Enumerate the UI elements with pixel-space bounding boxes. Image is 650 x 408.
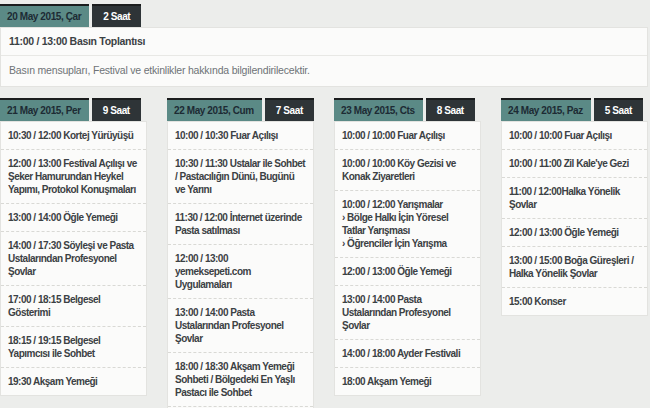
event-item: 14:00 / 17:30 Söyleşi ve Pasta Ustaların…	[1, 232, 146, 286]
duration-badge: 8 Saat	[426, 98, 475, 121]
day-date-label: 24 May 2015, Paz	[501, 98, 591, 121]
event-title: Fuar Açılışı	[564, 130, 612, 141]
event-item: 12:00 / 13:00 yemeksepeti.com Uygulamala…	[168, 245, 313, 299]
event-title: Fuar Açılışı	[230, 130, 278, 141]
event-time: 10:00 / 10:30	[175, 130, 230, 141]
day-column: 22 May 2015, Cum 7 Saat 10:00 / 10:30 Fu…	[167, 98, 314, 408]
day-date-label: 20 May 2015, Çar	[0, 4, 89, 27]
featured-day-card: 11:00 / 13:00 Basın Toplantısı Basın men…	[0, 27, 648, 87]
day-header[interactable]: 24 May 2015, Paz 5 Saat	[501, 98, 648, 121]
event-item: 19:30 Akşam Yemeği	[1, 368, 146, 395]
event-title: Zil Kale'ye Gezi	[564, 158, 629, 169]
event-title: Yarışmalar	[397, 199, 443, 210]
event-time: 12:00 / 13:00	[175, 253, 228, 264]
event-title: Basın Toplantısı	[70, 35, 146, 47]
event-time: 11:00 / 12:00	[509, 186, 561, 197]
event-title: Öğle Yemeği	[63, 212, 117, 223]
event-time: 17:00 / 18:15	[8, 294, 63, 305]
event-item: 10:00 / 10:00 Fuar Açılışı	[502, 122, 647, 150]
event-time: 18:15 / 19:15	[8, 335, 63, 346]
event-description: Basın mensupları, Festival ve etkinlikle…	[1, 56, 647, 86]
event-item: 18:00 / 18:30 Akşam Yemeği Sohbeti / Böl…	[168, 353, 313, 407]
event-time: 11:30 / 12:00	[175, 212, 230, 223]
event-item: 10:00 / 11:00 Zil Kale'ye Gezi	[502, 150, 647, 178]
event-time: 10:30 / 11:30	[175, 158, 230, 169]
event-item: 14:00 / 18:00 Ayder Festivali	[335, 340, 480, 368]
event-time: 10:00 / 12:00	[342, 199, 397, 210]
event-list: 10:00 / 10:30 Fuar Açılışı 10:30 / 11:30…	[167, 121, 314, 408]
event-list: 10:00 / 10:00 Fuar Açılışı 10:00 / 11:00…	[501, 121, 648, 316]
event-item: 10:00 / 10:00 Köy Gezisi ve Konak Ziyare…	[335, 150, 480, 191]
duration-badge: 7 Saat	[265, 98, 314, 121]
day-header[interactable]: 22 May 2015, Cum 7 Saat	[167, 98, 314, 121]
event-title: Akşam Yemeği	[33, 376, 97, 387]
day-header[interactable]: 21 May 2015, Per 9 Saat	[0, 98, 147, 121]
event-item: 10:00 / 10:30 Fuar Açılışı	[168, 122, 313, 150]
event-time: 12:00 / 13:00	[509, 227, 564, 238]
event-item: 12:00 / 13:00 Festival Açılışı ve Şeker …	[1, 150, 146, 204]
event-list: 10:00 / 10:00 Fuar Açılışı 10:00 / 10:00…	[334, 121, 481, 396]
event-item: 11:30 / 12:00 İnternet üzerinde Pasta sa…	[168, 204, 313, 245]
event-title: Konser	[534, 296, 565, 307]
featured-day-section: 20 May 2015, Çar 2 Saat 11:00 / 13:00 Ba…	[0, 4, 648, 87]
event-time: 11:00 / 13:00	[9, 35, 67, 47]
event-item: 10:30 / 11:30 Ustalar ile Sohbet / Pasta…	[168, 150, 313, 204]
days-grid: 21 May 2015, Per 9 Saat 10:30 / 12:00 Ko…	[0, 98, 648, 408]
duration-badge: 5 Saat	[594, 98, 643, 121]
duration-badge: 9 Saat	[92, 98, 141, 121]
day-column: 21 May 2015, Per 9 Saat 10:30 / 12:00 Ko…	[0, 98, 147, 396]
event-item: 18:15 / 19:15 Belgesel Yapımcısı ile Soh…	[1, 327, 146, 368]
event-time: 12:00 / 13:00	[8, 158, 63, 169]
event-schedule-page: 20 May 2015, Çar 2 Saat 11:00 / 13:00 Ba…	[0, 0, 650, 408]
event-item: 13:00 / 14:00 Pasta Ustalarından Profesy…	[335, 286, 480, 340]
day-column: 24 May 2015, Paz 5 Saat 10:00 / 10:00 Fu…	[501, 98, 648, 316]
event-item: 10:30 / 12:00 Kortej Yürüyüşü	[1, 122, 146, 150]
event-title: Kortej Yürüyüşü	[63, 130, 133, 141]
event-list: 10:30 / 12:00 Kortej Yürüyüşü 12:00 / 13…	[0, 121, 147, 396]
event-item: 10:00 / 12:00 Yarışmalar › Bölge Halkı İ…	[335, 191, 480, 258]
event-title: Akşam Yemeği	[367, 376, 431, 387]
event-item: 17:00 / 18:15 Belgesel Gösterimi	[1, 286, 146, 327]
event-time: 10:00 / 10:00	[509, 130, 564, 141]
event-time: 19:30	[8, 376, 33, 387]
event-item: 13:00 / 14:00 Öğle Yemeği	[1, 204, 146, 232]
event-item: 18:00 Akşam Yemeği	[335, 368, 480, 395]
event-item: 13:00 / 14:00 Pasta Ustalarından Profesy…	[168, 299, 313, 353]
event-item: 13:00 / 15:00 Boğa Güreşleri / Halka Yön…	[502, 247, 647, 288]
event-title: Fuar Açılışı	[397, 130, 445, 141]
event-sub-item: › Bölge Halkı İçin Yöresel Tatlar Yarışm…	[342, 211, 473, 237]
event-title: Öğle Yemeği	[397, 266, 451, 277]
day-date-label: 21 May 2015, Per	[0, 98, 89, 121]
day-header[interactable]: 23 May 2015, Cts 8 Saat	[334, 98, 481, 121]
duration-badge: 2 Saat	[92, 4, 141, 27]
event-time: 14:00 / 17:30	[8, 240, 63, 251]
event-item: 11:00 / 12:00Halka Yönelik Şovlar	[502, 178, 647, 219]
event-item: 12:00 / 13:00 Öğle Yemeği	[502, 219, 647, 247]
event-time: 15:00	[509, 296, 534, 307]
event-time: 10:00 / 11:00	[509, 158, 564, 169]
event-time: 10:00 / 10:00	[342, 130, 397, 141]
event-item: 11:00 / 13:00 Basın Toplantısı	[1, 28, 647, 56]
event-sub-items: › Bölge Halkı İçin Yöresel Tatlar Yarışm…	[342, 211, 473, 250]
event-time: 12:00 / 13:00	[342, 266, 397, 277]
event-item: 10:00 / 10:00 Fuar Açılışı	[335, 122, 480, 150]
event-sub-item: › Öğrenciler İçin Yarışma	[342, 237, 473, 250]
day-column: 23 May 2015, Cts 8 Saat 10:00 / 10:00 Fu…	[334, 98, 481, 396]
event-item: 15:00 Konser	[502, 288, 647, 315]
day-date-label: 22 May 2015, Cum	[167, 98, 262, 121]
event-time: 10:30 / 12:00	[8, 130, 63, 141]
event-time: 13:00 / 15:00	[509, 255, 564, 266]
event-time: 13:00 / 14:00	[342, 294, 397, 305]
event-title: Öğle Yemeği	[564, 227, 618, 238]
event-time: 13:00 / 14:00	[8, 212, 63, 223]
day-date-label: 23 May 2015, Cts	[334, 98, 423, 121]
event-time: 14:00 / 18:00	[342, 348, 397, 359]
event-time: 18:00	[342, 376, 367, 387]
event-title: yemeksepeti.com Uygulamaları	[175, 266, 251, 290]
featured-day-header[interactable]: 20 May 2015, Çar 2 Saat	[0, 4, 648, 27]
event-item: 12:00 / 13:00 Öğle Yemeği	[335, 258, 480, 286]
event-time: 10:00 / 10:00	[342, 158, 397, 169]
event-time: 18:00 / 18:30	[175, 361, 230, 372]
event-title: Ayder Festivali	[397, 348, 460, 359]
event-time: 13:00 / 14:00	[175, 307, 230, 318]
